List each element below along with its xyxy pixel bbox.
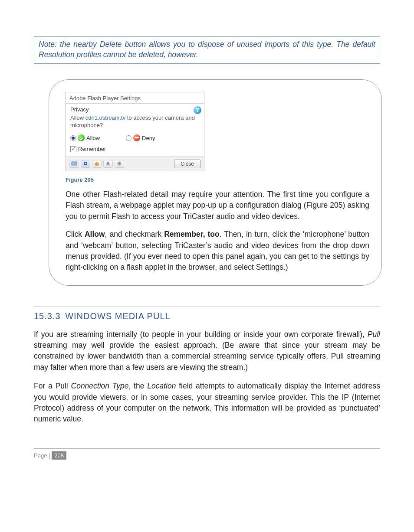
flash-callout: Adobe Flash Player Settings ? Privacy Al… [49, 79, 382, 285]
callout-paragraph-1: One other Flash-related detail may requi… [66, 189, 369, 222]
deny-icon [133, 134, 140, 141]
flash-section-title: Privacy [70, 106, 200, 113]
allow-icon [78, 134, 85, 141]
body-paragraph-1: If you are streaming internally (to peop… [34, 329, 380, 373]
svg-rect-4 [96, 164, 97, 165]
deny-radio[interactable]: Deny [126, 134, 155, 141]
section-heading: 15.3.3 WINDOWS MEDIA PULL [34, 307, 380, 321]
page-label: Page | [34, 451, 52, 460]
storage-tab-icon[interactable] [92, 160, 102, 168]
flash-access-prompt: Allow cdn1.ustream.tv to access your cam… [70, 114, 200, 129]
body-paragraph-2: For a Pull Connection Type, the Location… [34, 381, 380, 425]
privacy-tab-icon[interactable] [81, 160, 90, 168]
svg-point-8 [118, 163, 120, 164]
page-number: 208 [52, 451, 66, 460]
flash-dialog: Adobe Flash Player Settings ? Privacy Al… [66, 92, 204, 171]
deny-label: Deny [142, 135, 155, 141]
radio-icon [126, 135, 131, 141]
remember-checkbox[interactable]: ✓ Remember [70, 146, 200, 152]
note-text: Note: the nearby Delete button allows yo… [39, 40, 375, 59]
section-title: WINDOWS MEDIA PULL [65, 311, 170, 321]
close-button[interactable]: Close [174, 160, 200, 168]
flash-domain-link[interactable]: cdn1.ustream.tv [85, 114, 126, 121]
radio-icon [70, 135, 76, 141]
remember-label: Remember [78, 146, 106, 152]
note-box: Note: the nearby Delete button allows yo… [34, 36, 380, 64]
callout-paragraph-2: Click Allow, and checkmark Remember, too… [66, 229, 369, 273]
svg-rect-5 [107, 162, 109, 164]
microphone-tab-icon[interactable] [103, 160, 113, 168]
page-footer: Page | 208 [34, 448, 380, 460]
camera-tab-icon[interactable] [115, 160, 124, 168]
svg-point-3 [85, 163, 86, 164]
svg-rect-1 [73, 165, 75, 166]
allow-label: Allow [86, 135, 100, 141]
help-icon[interactable]: ? [194, 106, 201, 114]
allow-radio[interactable]: Allow [70, 134, 100, 141]
svg-rect-9 [118, 165, 120, 166]
display-tab-icon[interactable] [69, 160, 79, 168]
section-number: 15.3.3 [34, 311, 61, 321]
checkbox-icon: ✓ [70, 146, 76, 152]
svg-rect-0 [72, 162, 77, 165]
figure-caption: Figure 205 [66, 176, 369, 183]
flash-window-title: Adobe Flash Player Settings [66, 92, 204, 103]
